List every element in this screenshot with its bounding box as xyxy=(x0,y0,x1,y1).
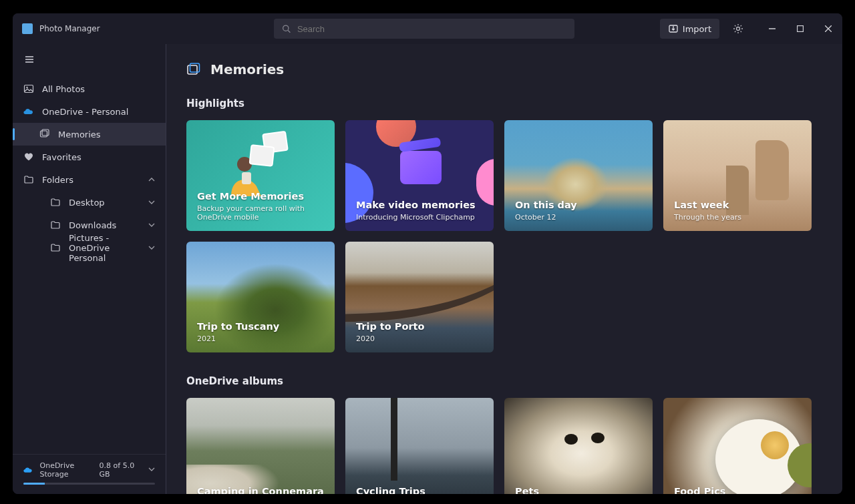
sidebar-item-folders[interactable]: Folders xyxy=(13,168,166,191)
album-card-pets[interactable]: Pets xyxy=(504,398,653,494)
search-field[interactable] xyxy=(274,19,574,39)
card-title: Cycling Trips xyxy=(356,486,483,494)
svg-rect-15 xyxy=(188,65,197,74)
highlight-card-porto[interactable]: Trip to Porto2020 xyxy=(345,242,494,352)
svg-rect-18 xyxy=(242,172,251,184)
import-label: Import xyxy=(683,24,711,34)
sidebar-item-label: Memories xyxy=(58,130,101,140)
card-subtitle: Backup your camera roll with OneDrive mo… xyxy=(197,204,324,222)
page-title-text: Memories xyxy=(210,61,284,77)
svg-rect-16 xyxy=(190,63,200,72)
svg-point-0 xyxy=(283,25,288,31)
page-title: Memories xyxy=(186,61,822,77)
sidebar-item-label: All Photos xyxy=(42,84,85,94)
maximize-button[interactable] xyxy=(786,19,814,39)
card-subtitle: Through the years xyxy=(674,213,801,222)
picture-icon xyxy=(23,83,34,94)
heart-icon xyxy=(23,152,34,162)
hamburger-button[interactable] xyxy=(17,48,42,71)
albums-grid: Camping in Connemara Cycling Trips Pets … xyxy=(186,398,822,494)
folder-icon xyxy=(50,220,61,230)
sidebar-item-label: Desktop xyxy=(69,198,105,208)
card-subtitle: October 12 xyxy=(515,213,642,222)
card-title: On this day xyxy=(515,200,642,210)
import-button[interactable]: Import xyxy=(660,19,719,39)
chevron-down-icon xyxy=(148,243,155,253)
app-icon xyxy=(22,23,33,34)
card-title: Trip to Porto xyxy=(356,321,483,332)
card-subtitle: 2020 xyxy=(356,334,483,343)
storage-used: 0.8 of 5.0 GB xyxy=(100,461,143,479)
search-input[interactable] xyxy=(297,24,566,34)
sidebar: All Photos OneDrive - Personal Memories … xyxy=(13,44,166,494)
card-title: Get More Memories xyxy=(197,191,324,202)
cloud-icon xyxy=(23,106,34,117)
svg-point-12 xyxy=(26,87,27,88)
album-card-food[interactable]: Food Pics xyxy=(663,398,812,494)
close-button[interactable] xyxy=(814,19,842,39)
sidebar-item-label: OneDrive - Personal xyxy=(42,107,128,117)
chevron-down-icon xyxy=(148,466,155,475)
svg-rect-14 xyxy=(42,130,49,136)
sidebar-item-label: Folders xyxy=(42,175,73,185)
album-card-connemara[interactable]: Camping in Connemara xyxy=(186,398,335,494)
folder-icon xyxy=(50,242,61,253)
card-title: Food Pics xyxy=(674,486,801,494)
chevron-up-icon xyxy=(148,175,155,185)
highlights-grid: Get More MemoriesBackup your camera roll… xyxy=(186,120,822,352)
sidebar-folder-desktop[interactable]: Desktop xyxy=(13,191,166,214)
highlight-card-on-this-day[interactable]: On this dayOctober 12 xyxy=(504,120,653,231)
svg-line-1 xyxy=(288,30,290,32)
sidebar-item-onedrive[interactable]: OneDrive - Personal xyxy=(13,100,166,123)
sidebar-item-label: Downloads xyxy=(69,220,116,230)
section-title-albums: OneDrive albums xyxy=(186,375,822,387)
sidebar-item-label: Favorites xyxy=(42,152,81,162)
settings-button[interactable] xyxy=(725,19,751,39)
chevron-down-icon xyxy=(148,220,155,230)
sidebar-item-favorites[interactable]: Favorites xyxy=(13,146,166,168)
folder-icon xyxy=(23,174,34,185)
storage-status[interactable]: OneDrive Storage 0.8 of 5.0 GB xyxy=(13,454,166,494)
sidebar-item-all-photos[interactable]: All Photos xyxy=(13,77,166,100)
app-window: Photo Manager Import xyxy=(13,13,842,494)
highlight-card-video-memories[interactable]: Make video memoriesIntroducing Microsoft… xyxy=(345,120,494,231)
card-subtitle: 2021 xyxy=(197,334,324,343)
svg-point-3 xyxy=(737,27,740,31)
svg-rect-5 xyxy=(798,26,804,32)
highlight-card-last-week[interactable]: Last weekThrough the years xyxy=(663,120,812,231)
card-title: Pets xyxy=(515,486,642,494)
highlight-card-get-more[interactable]: Get More MemoriesBackup your camera roll… xyxy=(186,120,335,231)
folder-icon xyxy=(50,197,61,208)
titlebar: Photo Manager Import xyxy=(13,13,842,44)
memories-icon xyxy=(39,129,50,140)
search-icon xyxy=(282,24,291,33)
sidebar-item-label: Pictures - OneDrive Personal xyxy=(69,233,148,263)
card-title: Trip to Tuscany xyxy=(197,321,324,332)
app-title: Photo Manager xyxy=(39,24,100,33)
import-icon xyxy=(668,23,679,34)
hamburger-icon xyxy=(24,54,35,65)
section-title-highlights: Highlights xyxy=(186,97,822,109)
highlight-card-tuscany[interactable]: Trip to Tuscany2021 xyxy=(186,242,335,352)
card-title: Camping in Connemara xyxy=(197,486,324,494)
sidebar-item-memories[interactable]: Memories xyxy=(13,123,166,146)
window-controls xyxy=(758,19,842,39)
cloud-icon xyxy=(23,467,33,473)
memories-icon xyxy=(186,62,201,77)
chevron-down-icon xyxy=(148,198,155,208)
sidebar-folder-pictures[interactable]: Pictures - OneDrive Personal xyxy=(13,236,166,259)
card-title: Make video memories xyxy=(356,200,483,210)
gear-icon xyxy=(733,23,743,34)
svg-rect-11 xyxy=(25,85,33,93)
minimize-button[interactable] xyxy=(758,19,786,39)
storage-label: OneDrive Storage xyxy=(40,461,100,479)
card-subtitle: Introducing Microsoft Clipchamp xyxy=(356,213,483,222)
svg-rect-13 xyxy=(41,131,47,137)
album-card-cycling[interactable]: Cycling Trips xyxy=(345,398,494,494)
storage-progress xyxy=(23,483,155,485)
main-content[interactable]: Memories Highlights Get More MemoriesBac… xyxy=(166,44,842,494)
clapper-icon xyxy=(400,151,442,184)
card-title: Last week xyxy=(674,200,801,210)
